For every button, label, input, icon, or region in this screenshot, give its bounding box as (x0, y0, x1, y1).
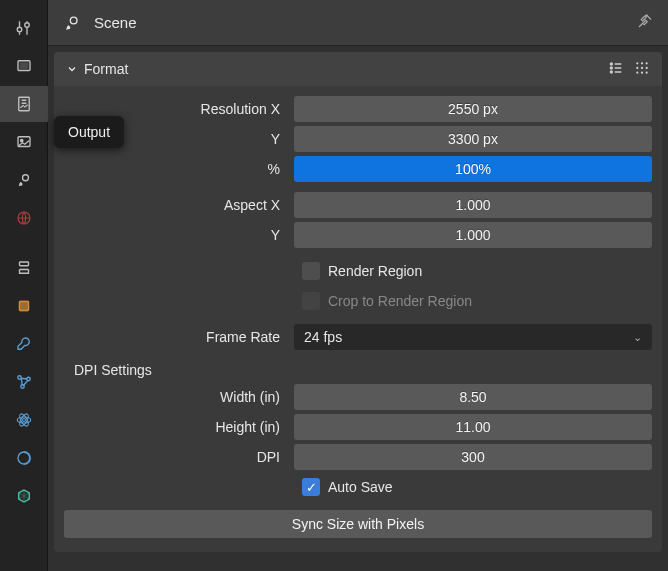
svg-point-14 (23, 419, 26, 422)
svg-point-30 (636, 71, 638, 73)
dpi-label: DPI (64, 449, 284, 465)
svg-point-6 (20, 183, 22, 185)
svg-point-15 (17, 417, 31, 423)
crop-render-region-checkbox (302, 292, 320, 310)
grid-icon[interactable] (634, 60, 650, 79)
aspect-y-field[interactable]: 1.000 (294, 222, 652, 248)
data-tab-icon[interactable] (0, 478, 48, 514)
dpi-width-label: Width (in) (64, 389, 284, 405)
sync-size-button[interactable]: Sync Size with Pixels (64, 510, 652, 538)
svg-rect-9 (20, 302, 29, 311)
svg-point-28 (641, 66, 643, 68)
svg-point-20 (68, 26, 70, 28)
aspect-x-label: Aspect X (64, 197, 284, 213)
tool-tab-icon[interactable] (0, 10, 48, 46)
header: Scene (48, 0, 668, 46)
scene-icon (62, 13, 82, 33)
svg-point-5 (23, 175, 29, 181)
output-tab-icon[interactable] (0, 86, 48, 122)
world-tab-icon[interactable] (0, 200, 48, 236)
particles-tab-icon[interactable] (0, 364, 48, 400)
svg-point-31 (641, 71, 643, 73)
svg-point-32 (646, 71, 648, 73)
svg-point-4 (21, 139, 23, 141)
scene-tab-icon[interactable] (0, 162, 48, 198)
chevron-down-icon (66, 63, 78, 75)
frame-rate-label: Frame Rate (64, 329, 284, 345)
dpi-width-field[interactable]: 8.50 (294, 384, 652, 410)
auto-save-checkbox[interactable] (302, 478, 320, 496)
dpi-settings-title: DPI Settings (64, 352, 652, 382)
svg-rect-2 (19, 97, 30, 111)
svg-rect-8 (20, 262, 29, 266)
frame-rate-value: 24 fps (304, 329, 342, 345)
viewlayer-tab-icon[interactable] (0, 124, 48, 160)
render-region-row[interactable]: Render Region (64, 256, 652, 286)
svg-rect-1 (20, 63, 28, 68)
aspect-x-field[interactable]: 1.000 (294, 192, 652, 218)
format-section-header[interactable]: Format (54, 52, 662, 86)
svg-point-21 (610, 63, 612, 65)
aspect-y-label: Y (64, 227, 284, 243)
svg-point-22 (610, 67, 612, 69)
properties-tab-bar (0, 0, 48, 571)
dpi-height-label: Height (in) (64, 419, 284, 435)
physics-tab-icon[interactable] (0, 402, 48, 438)
crop-render-region-label: Crop to Render Region (328, 293, 472, 309)
svg-point-27 (636, 66, 638, 68)
header-title: Scene (94, 14, 137, 31)
resolution-x-label: Resolution X (64, 101, 284, 117)
dpi-field[interactable]: 300 (294, 444, 652, 470)
svg-point-24 (636, 62, 638, 64)
svg-point-11 (18, 376, 21, 379)
format-section-title: Format (84, 61, 128, 77)
collection-tab-icon[interactable] (0, 250, 48, 286)
pin-icon[interactable] (636, 12, 654, 33)
svg-point-19 (70, 17, 77, 24)
svg-point-25 (641, 62, 643, 64)
svg-point-29 (646, 66, 648, 68)
dpi-height-field[interactable]: 11.00 (294, 414, 652, 440)
resolution-percent-field[interactable]: 100% (294, 156, 652, 182)
resolution-y-field[interactable]: 3300 px (294, 126, 652, 152)
output-tooltip: Output (54, 116, 124, 148)
svg-point-26 (646, 62, 648, 64)
object-tab-icon[interactable] (0, 288, 48, 324)
auto-save-label: Auto Save (328, 479, 393, 495)
modifier-tab-icon[interactable] (0, 326, 48, 362)
svg-point-23 (610, 71, 612, 73)
resolution-x-field[interactable]: 2550 px (294, 96, 652, 122)
list-toggle-icon[interactable] (608, 60, 624, 79)
constraints-tab-icon[interactable] (0, 440, 48, 476)
render-tab-icon[interactable] (0, 48, 48, 84)
frame-rate-dropdown[interactable]: 24 fps ⌄ (294, 324, 652, 350)
resolution-percent-label: % (64, 161, 284, 177)
format-panel: Resolution X 2550 px Y 3300 px % 100% As… (54, 86, 662, 552)
render-region-checkbox[interactable] (302, 262, 320, 280)
render-region-label: Render Region (328, 263, 422, 279)
crop-render-region-row: Crop to Render Region (64, 286, 652, 316)
auto-save-row[interactable]: Auto Save (64, 472, 652, 502)
chevron-down-icon: ⌄ (633, 331, 642, 344)
